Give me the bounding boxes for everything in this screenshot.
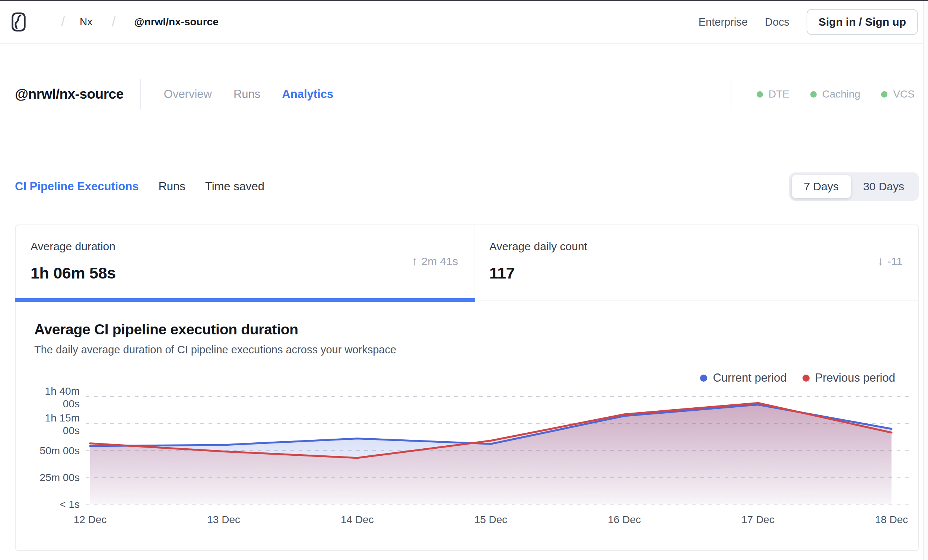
stat-delta: ↑ 2m 41s (412, 254, 458, 268)
chart-title: Average CI pipeline execution duration (34, 321, 396, 338)
svg-text:17 Dec: 17 Dec (742, 514, 775, 525)
screen-top-edge (0, 0, 928, 1)
date-range-toggle: 7 Days 30 Days (789, 172, 919, 201)
workspace-status-badges: DTE Caching VCS (731, 79, 917, 110)
stat-delta-value: 2m 41s (421, 255, 458, 268)
range-option-7-days[interactable]: 7 Days (792, 175, 851, 198)
svg-text:1h 40m00s: 1h 40m00s (45, 385, 80, 410)
stat-card-row: Average duration 1h 06m 58s ↑ 2m 41s Ave… (16, 225, 918, 301)
divider (731, 79, 731, 110)
analytics-panel: Average duration 1h 06m 58s ↑ 2m 41s Ave… (15, 224, 919, 551)
arrow-up-icon: ↑ (412, 254, 418, 268)
svg-text:18 Dec: 18 Dec (875, 514, 908, 525)
stat-card-average-daily-count[interactable]: Average daily count 117 ↓ -11 (475, 225, 918, 300)
range-option-30-days[interactable]: 30 Days (851, 175, 916, 198)
svg-text:13 Dec: 13 Dec (207, 514, 240, 525)
green-dot-icon (881, 91, 887, 98)
signin-button[interactable]: Sign in / Sign up (807, 9, 918, 35)
status-badge-caching: Caching (810, 88, 861, 100)
svg-text:1h 15m00s: 1h 15m00s (45, 412, 80, 436)
svg-text:12 Dec: 12 Dec (74, 514, 107, 525)
breadcrumb-separator: / (112, 14, 116, 30)
stat-label: Average daily count (489, 240, 904, 253)
svg-text:15 Dec: 15 Dec (475, 514, 508, 525)
duration-area-chart: < 1s25m 00s50m 00s1h 15m00s1h 40m00s12 D… (16, 374, 918, 549)
tab-overview[interactable]: Overview (164, 87, 212, 101)
tab-ci-pipeline-executions[interactable]: CI Pipeline Executions (15, 180, 139, 193)
docs-link[interactable]: Docs (765, 16, 789, 28)
tab-analytics[interactable]: Analytics (282, 87, 333, 101)
tab-analytics-runs[interactable]: Runs (158, 180, 185, 193)
svg-text:14 Dec: 14 Dec (341, 514, 374, 525)
stat-value: 1h 06m 58s (31, 264, 459, 282)
vertical-scrollbar[interactable] (923, 1, 928, 560)
arrow-down-icon: ↓ (878, 254, 884, 268)
breadcrumb-separator: / (61, 14, 65, 30)
active-card-indicator (15, 298, 475, 302)
green-dot-icon (757, 91, 763, 98)
stat-delta: ↓ -11 (878, 254, 903, 268)
tab-time-saved[interactable]: Time saved (205, 180, 264, 193)
analytics-section-nav: CI Pipeline Executions Runs Time saved 7… (15, 172, 919, 201)
enterprise-link[interactable]: Enterprise (699, 16, 748, 28)
workspace-header: @nrwl/nx-source Overview Runs Analytics … (15, 77, 917, 111)
workspace-tabs: Overview Runs Analytics (164, 87, 333, 101)
status-badge-dte: DTE (757, 88, 789, 100)
analytics-tabs: CI Pipeline Executions Runs Time saved (15, 180, 264, 193)
topbar: / Nx / @nrwl/nx-source Enterprise Docs S… (0, 1, 928, 44)
svg-text:< 1s: < 1s (60, 499, 80, 510)
nx-cloud-logo-icon[interactable] (11, 12, 26, 32)
stat-value: 117 (489, 264, 904, 282)
stat-card-average-duration[interactable]: Average duration 1h 06m 58s ↑ 2m 41s (16, 225, 475, 300)
chart-header: Average CI pipeline execution duration T… (34, 321, 396, 356)
green-dot-icon (810, 91, 817, 98)
breadcrumb-workspace[interactable]: @nrwl/nx-source (134, 16, 218, 28)
svg-text:25m 00s: 25m 00s (40, 472, 80, 483)
topbar-links: Enterprise Docs Sign in / Sign up (699, 9, 918, 35)
svg-text:16 Dec: 16 Dec (608, 514, 641, 525)
svg-text:50m 00s: 50m 00s (40, 445, 80, 456)
divider (140, 79, 141, 110)
workspace-title: @nrwl/nx-source (15, 86, 124, 102)
tab-runs[interactable]: Runs (234, 87, 260, 101)
breadcrumb-org[interactable]: Nx (80, 16, 92, 28)
status-badge-vcs: VCS (881, 88, 914, 100)
stat-delta-value: -11 (887, 255, 903, 268)
chart-subtitle: The daily average duration of CI pipelin… (34, 344, 396, 356)
stat-label: Average duration (31, 240, 459, 253)
